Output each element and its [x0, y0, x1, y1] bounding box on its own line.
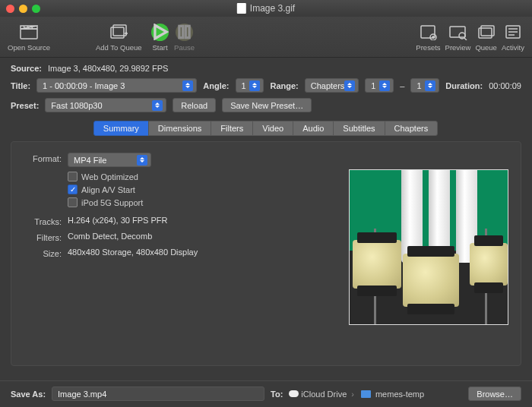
tab-bar: Summary Dimensions Filters Video Audio S…	[11, 121, 521, 136]
presets-icon	[417, 22, 439, 42]
tracks-value: H.264 (x264), 30 FPS PFR	[68, 216, 167, 225]
window-controls	[6, 5, 40, 13]
tab-subtitles[interactable]: Subtitles	[333, 121, 385, 136]
tab-dimensions[interactable]: Dimensions	[148, 121, 211, 136]
svg-rect-0	[21, 29, 37, 39]
toolbar: Open Source Add To Queue Start Pause Pre…	[0, 17, 532, 58]
close-window-button[interactable]	[6, 5, 14, 13]
range-type-value: Chapters	[311, 81, 345, 90]
preview-thumbnail	[349, 169, 508, 325]
open-source-label: Open Source	[8, 43, 50, 52]
chevron-right-icon: ›	[351, 390, 354, 399]
source-row: Source: Image 3, 480x480, 29.9892 FPS	[11, 64, 521, 73]
size-label: Size:	[24, 248, 62, 258]
range-from-value: 1	[371, 81, 375, 90]
cloud-icon	[289, 390, 299, 397]
zoom-window-button[interactable]	[32, 5, 40, 13]
tab-audio[interactable]: Audio	[293, 121, 334, 136]
tracks-label: Tracks:	[24, 216, 62, 226]
angle-label: Angle:	[203, 81, 229, 90]
start-label: Start	[153, 43, 168, 52]
duration-value: 00:00:09	[489, 81, 521, 90]
start-button[interactable]: Start	[150, 22, 171, 52]
saveas-label: Save As:	[11, 390, 46, 399]
save-new-preset-button[interactable]: Save New Preset…	[222, 98, 312, 112]
reload-button[interactable]: Reload	[173, 98, 216, 112]
title-row: Title: 1 - 00:00:09 - Image 3 Angle: 1 R…	[11, 78, 521, 93]
folder-icon	[361, 390, 371, 398]
angle-value: 1	[242, 81, 246, 90]
svg-rect-7	[450, 27, 465, 37]
preview-icon	[447, 22, 468, 42]
clapperboard-icon	[18, 22, 40, 42]
range-label: Range:	[270, 81, 298, 90]
pause-label: Pause	[174, 43, 195, 52]
open-source-button[interactable]: Open Source	[8, 22, 50, 52]
window-title: Image 3.gif	[237, 3, 295, 14]
content-area: Source: Image 3, 480x480, 29.9892 FPS Ti…	[0, 58, 532, 372]
play-icon	[150, 22, 171, 42]
pause-button[interactable]: Pause	[174, 22, 195, 52]
preset-label: Preset:	[11, 101, 39, 110]
range-from-select[interactable]: 1	[365, 78, 394, 93]
destination-path[interactable]: iCloud Drive › memes-temp	[289, 390, 424, 399]
checkbox-checked-icon	[68, 185, 78, 194]
preset-select[interactable]: Fast 1080p30	[45, 98, 166, 112]
browse-button[interactable]: Browse…	[468, 386, 521, 401]
tab-chapters[interactable]: Chapters	[385, 121, 439, 136]
separator	[0, 380, 532, 381]
checkbox-icon	[68, 197, 78, 207]
window-title-text: Image 3.gif	[250, 3, 295, 14]
source-value: Image 3, 480x480, 29.9892 FPS	[48, 64, 168, 73]
range-to-select[interactable]: 1	[410, 78, 439, 93]
svg-rect-3	[179, 26, 183, 37]
title-select[interactable]: 1 - 00:00:09 - Image 3	[36, 78, 197, 93]
pause-icon	[174, 22, 195, 42]
add-to-queue-icon	[108, 22, 129, 42]
preset-row: Preset: Fast 1080p30 Reload Save New Pre…	[11, 98, 521, 112]
align-av-row[interactable]: Align A/V Start	[68, 185, 151, 194]
queue-button[interactable]: Queue	[475, 22, 497, 52]
activity-icon	[502, 22, 524, 42]
checkbox-icon	[68, 172, 78, 181]
bottom-bar: Save As: Image 3.mp4 To: iCloud Drive › …	[11, 386, 521, 401]
web-optimized-row[interactable]: Web Optimized	[68, 172, 151, 181]
presets-button[interactable]: Presets	[416, 22, 440, 52]
format-label: Format:	[24, 153, 62, 163]
minimize-window-button[interactable]	[19, 5, 27, 13]
tab-filters[interactable]: Filters	[211, 121, 253, 136]
activity-label: Activity	[502, 43, 524, 52]
range-dash: –	[400, 81, 404, 90]
range-to-value: 1	[416, 81, 421, 90]
add-to-queue-button[interactable]: Add To Queue	[96, 22, 142, 52]
activity-button[interactable]: Activity	[502, 22, 524, 52]
duration-label: Duration:	[445, 81, 483, 90]
add-to-queue-label: Add To Queue	[96, 43, 142, 52]
presets-label: Presets	[416, 43, 440, 52]
format-select[interactable]: MP4 File	[68, 153, 151, 167]
titlebar: Image 3.gif	[0, 0, 532, 17]
saveas-input[interactable]: Image 3.mp4	[52, 386, 264, 401]
queue-icon	[476, 22, 497, 42]
to-label: To:	[271, 390, 283, 399]
ipod-row[interactable]: iPod 5G Support	[68, 197, 151, 207]
summary-left: Format: MP4 File Web Optimized Align A/V…	[24, 153, 252, 355]
range-type-select[interactable]: Chapters	[305, 78, 359, 93]
tab-video[interactable]: Video	[252, 121, 293, 136]
preview-label: Preview	[445, 43, 471, 52]
title-label: Title:	[11, 81, 30, 90]
filters-label: Filters:	[24, 232, 62, 242]
format-value: MP4 File	[74, 156, 106, 165]
source-label: Source:	[11, 64, 42, 73]
angle-select[interactable]: 1	[236, 78, 264, 93]
size-value: 480x480 Storage, 480x480 Display	[68, 248, 198, 257]
summary-panel: Format: MP4 File Web Optimized Align A/V…	[11, 141, 521, 366]
title-value: 1 - 00:00:09 - Image 3	[43, 81, 125, 90]
svg-rect-4	[185, 26, 189, 37]
tab-summary[interactable]: Summary	[93, 121, 149, 136]
document-icon	[237, 3, 246, 14]
filters-value: Comb Detect, Decomb	[68, 232, 152, 241]
queue-label: Queue	[475, 43, 497, 52]
preset-value: Fast 1080p30	[51, 101, 102, 110]
preview-button[interactable]: Preview	[445, 22, 471, 52]
